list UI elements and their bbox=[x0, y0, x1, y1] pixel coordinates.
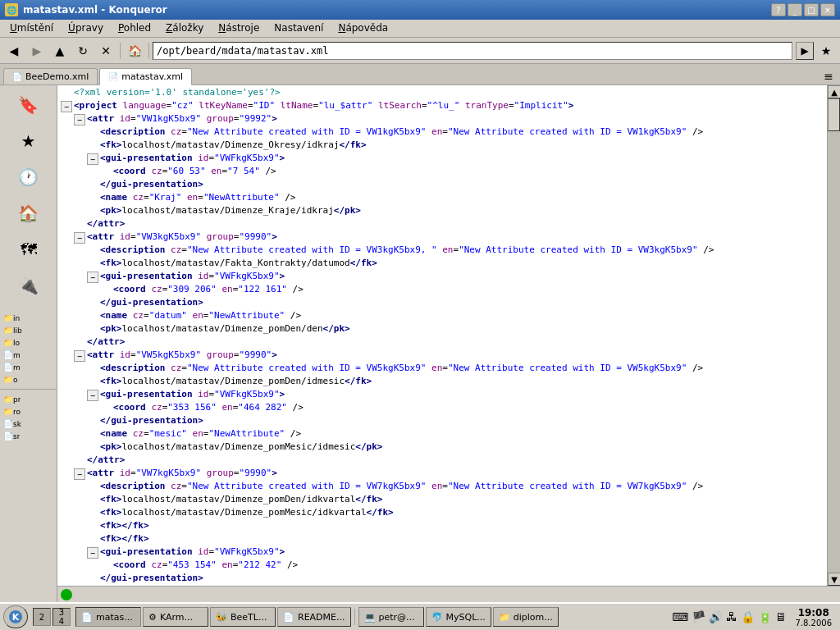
back-btn[interactable]: ◀ bbox=[3, 40, 25, 62]
title-bar: 🌐 matastav.xml - Konqueror ? _ □ ✕ bbox=[0, 0, 840, 20]
menu-zalozky[interactable]: Záložky bbox=[159, 21, 210, 36]
task-icon: ⚙ bbox=[148, 612, 157, 623]
sidebar-tree-item[interactable]: 📄 m bbox=[0, 349, 57, 361]
desktop-btn-2[interactable]: 34 bbox=[52, 608, 71, 626]
task-icon: 🐬 bbox=[431, 612, 443, 623]
sidebar-home-icon[interactable]: 🏠 bbox=[12, 197, 45, 230]
tray-battery-icon[interactable]: 🔋 bbox=[758, 610, 772, 623]
tab-matastav-icon: 📄 bbox=[108, 72, 118, 81]
bookmark-btn[interactable]: ★ bbox=[815, 40, 837, 62]
scroll-up-btn[interactable]: ▲ bbox=[828, 85, 840, 98]
tray-monitor-icon[interactable]: 🖥 bbox=[775, 610, 787, 623]
xml-line: − <attr id="VW5kgK5bx9" group="9990"> bbox=[61, 349, 824, 363]
xml-line: <fk></fk> bbox=[61, 520, 824, 533]
task-icon: 📁 bbox=[499, 612, 510, 623]
task-label: KArm... bbox=[160, 612, 193, 623]
sidebar-history-icon[interactable]: 🕐 bbox=[12, 161, 45, 194]
sidebar-tree-item[interactable]: 📁 o bbox=[0, 373, 57, 386]
taskbar-task-beetl[interactable]: 🐝 BeeTL... bbox=[210, 607, 276, 627]
window-controls: ? _ □ ✕ bbox=[771, 3, 835, 16]
clock-time: 19:08 bbox=[795, 607, 832, 619]
fold-btn[interactable]: − bbox=[87, 547, 98, 559]
fold-btn[interactable]: − bbox=[87, 272, 98, 283]
home-btn[interactable]: 🏠 bbox=[124, 40, 145, 62]
desktop-switcher: 2 34 bbox=[33, 608, 71, 626]
tray-lock-icon[interactable]: 🔒 bbox=[741, 610, 755, 623]
app-icon: 🌐 bbox=[5, 3, 18, 16]
close-btn[interactable]: ✕ bbox=[820, 3, 835, 16]
tab-options-btn[interactable]: ≡ bbox=[820, 68, 837, 84]
fold-btn[interactable]: − bbox=[87, 390, 98, 401]
sidebar-map-icon[interactable]: 🗺 bbox=[12, 233, 45, 266]
xml-line: − <gui-presentation id="VWFkgK5bx9"> bbox=[61, 546, 824, 559]
sidebar: 🔖 ★ 🕐 🏠 🗺 🔌 📁 in 📁 lib 📁 lo 📄 m bbox=[0, 85, 57, 602]
system-tray: ⌨ 🏴 🔊 🖧 🔒 🔋 🖥 19:08 7.8.2006 bbox=[672, 605, 837, 629]
xml-line: <fk>localhost/matastav/Fakta_Kontrakty/d… bbox=[61, 258, 824, 271]
stop-btn[interactable]: ✕ bbox=[95, 40, 116, 62]
up-btn[interactable]: ▲ bbox=[49, 40, 71, 62]
desktop-btn-1[interactable]: 2 bbox=[33, 608, 51, 626]
sidebar-tree-item[interactable]: 📄 sk bbox=[0, 418, 57, 430]
taskbar-task-readme[interactable]: 📄 README... bbox=[277, 607, 351, 627]
tray-flag-icon[interactable]: 🏴 bbox=[692, 610, 705, 623]
sidebar-tree-item[interactable]: 📁 ro bbox=[0, 405, 57, 418]
xml-line: </attr> bbox=[61, 454, 824, 468]
address-go-btn[interactable]: ▶ bbox=[796, 42, 814, 60]
taskbar-task-karm[interactable]: ⚙ KArm... bbox=[143, 607, 208, 627]
sidebar-tree-item[interactable]: 📁 in bbox=[0, 312, 57, 324]
sidebar-tree-item[interactable]: 📁 pr bbox=[0, 393, 57, 405]
sidebar-bookmark-icon[interactable]: 🔖 bbox=[12, 89, 45, 121]
scroll-thumb[interactable] bbox=[828, 98, 840, 131]
tab-beedemo[interactable]: 📄 BeeDemo.xml bbox=[3, 68, 98, 84]
task-icon: 📄 bbox=[81, 612, 93, 623]
taskbar-task-diplom[interactable]: 📁 diplom... bbox=[493, 607, 559, 627]
xml-line: − <project language="cz" ltKeyName="ID" … bbox=[61, 100, 824, 113]
xml-line: </attr> bbox=[61, 336, 824, 349]
menu-nastroje[interactable]: Nástroje bbox=[212, 21, 266, 36]
fold-btn[interactable]: − bbox=[87, 153, 98, 165]
tab-matastav[interactable]: 📄 matastav.xml bbox=[99, 68, 192, 85]
reload-btn[interactable]: ↻ bbox=[72, 40, 94, 62]
xml-line: <description cz="New Attribute created w… bbox=[61, 126, 824, 139]
minimize-btn[interactable]: _ bbox=[788, 3, 802, 16]
xml-line: <coord cz="353 156" en="464 282" /> bbox=[61, 402, 824, 415]
taskbar-task-mysql[interactable]: 🐬 MySQL... bbox=[426, 607, 491, 627]
scroll-track[interactable] bbox=[828, 98, 840, 573]
sidebar-tree-item[interactable]: 📁 lib bbox=[0, 324, 57, 336]
scroll-down-btn[interactable]: ▼ bbox=[828, 573, 840, 586]
vertical-scrollbar[interactable]: ▲ ▼ bbox=[827, 85, 840, 586]
fold-btn[interactable]: − bbox=[74, 114, 85, 126]
sidebar-favorites-icon[interactable]: ★ bbox=[12, 125, 45, 158]
xml-line: </attr> bbox=[61, 218, 824, 231]
address-bar[interactable] bbox=[153, 42, 792, 60]
sidebar-tree-item[interactable]: 📄 sr bbox=[0, 430, 57, 442]
forward-btn[interactable]: ▶ bbox=[26, 40, 48, 62]
menu-pohled[interactable]: Pohled bbox=[112, 21, 158, 36]
maximize-btn[interactable]: □ bbox=[804, 3, 819, 16]
xml-line: </gui-presentation> bbox=[61, 573, 824, 586]
menu-napoveda[interactable]: Nápověda bbox=[331, 21, 395, 36]
xml-line: − <attr id="VW3kgK5bx9" group="9990"> bbox=[61, 231, 824, 244]
xml-line: <fk>localhost/matastav/Dimenze_pomDen/id… bbox=[61, 494, 824, 507]
fold-btn[interactable]: − bbox=[74, 350, 85, 362]
sidebar-tree-item[interactable]: 📁 lo bbox=[0, 336, 57, 349]
menu-nastaveni[interactable]: Nastavení bbox=[267, 21, 330, 36]
xml-editor[interactable]: <?xml version='1.0' standalone='yes'?> −… bbox=[57, 85, 827, 586]
xml-line: <description cz="New Attribute created w… bbox=[61, 481, 824, 494]
start-button[interactable]: K bbox=[3, 605, 28, 628]
taskbar-task-petr[interactable]: 💻 petr@... bbox=[358, 607, 424, 627]
xml-line: <fk></fk> bbox=[61, 533, 824, 546]
taskbar-task-matas[interactable]: 📄 matas... bbox=[75, 607, 141, 627]
sidebar-tree-item[interactable]: 📄 m bbox=[0, 361, 57, 373]
fold-btn[interactable]: − bbox=[61, 101, 72, 112]
tray-sound-icon[interactable]: 🔊 bbox=[709, 610, 723, 623]
tray-lang-icon[interactable]: ⌨ bbox=[672, 610, 688, 623]
fold-btn[interactable]: − bbox=[74, 232, 85, 244]
menu-umisteni[interactable]: Umístění bbox=[3, 21, 60, 36]
menu-upravy[interactable]: Úpravy bbox=[62, 21, 110, 36]
help-btn[interactable]: ? bbox=[771, 3, 786, 16]
xml-line: − <gui-presentation id="VWFkgK5bx9"> bbox=[61, 389, 824, 402]
tray-network-icon[interactable]: 🖧 bbox=[726, 610, 737, 623]
fold-btn[interactable]: − bbox=[74, 468, 85, 480]
sidebar-plugin-icon[interactable]: 🔌 bbox=[12, 269, 45, 302]
